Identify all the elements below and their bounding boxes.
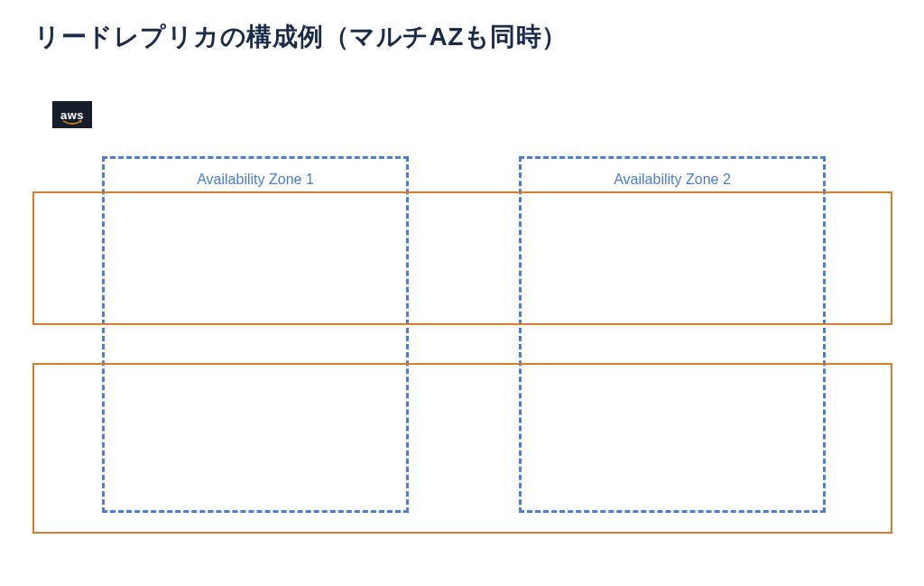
rds-replica-az1-2-icon	[278, 392, 346, 460]
aws-smile-icon	[62, 120, 82, 126]
rds-replica-az1-1-icon	[155, 392, 224, 460]
az1-label: Availability Zone 1	[105, 172, 406, 188]
aws-logo-icon: aws	[52, 101, 92, 128]
page-title: リードレプリカの構成例（マルチAZも同時）	[34, 20, 568, 54]
rds-primary-az2-icon	[655, 219, 724, 288]
subnet-group-primary	[32, 191, 892, 325]
rds-primary-az1-icon	[190, 219, 259, 288]
rds-replica-az2-1-icon	[596, 392, 664, 460]
az2-label: Availability Zone 2	[522, 172, 823, 188]
rds-replica-az2-2-icon	[718, 392, 787, 460]
